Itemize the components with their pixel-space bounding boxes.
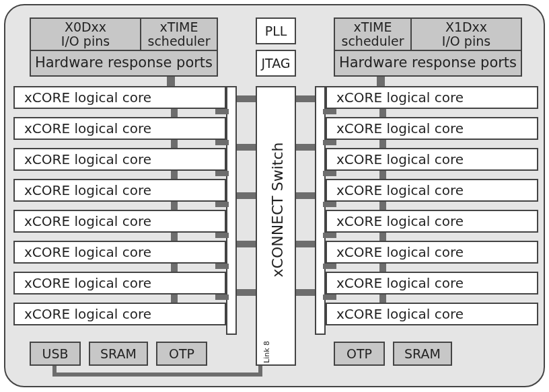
bus: [379, 295, 386, 303]
xcore-logical-core: xCORE logical core: [326, 86, 538, 109]
left-cores-group: xCORE logical corexCORE logical corexCOR…: [13, 86, 226, 335]
left-xtime-scheduler: xTIME scheduler: [140, 17, 218, 51]
right-xtime-scheduler: xTIME scheduler: [334, 17, 412, 51]
xcore-logical-core: xCORE logical core: [326, 148, 538, 171]
bus: [171, 264, 178, 272]
bus: [379, 171, 386, 179]
right-hardware-response-ports: Hardware response ports: [334, 50, 522, 77]
right-sram-block: SRAM: [393, 342, 452, 366]
bus: [379, 233, 386, 241]
xconnect-switch: xCONNECT Switch Link 8: [256, 86, 296, 366]
bus: [323, 295, 336, 300]
left-usb-block: USB: [30, 342, 81, 366]
xcore-logical-core: xCORE logical core: [326, 241, 538, 264]
xcore-logical-core: xCORE logical core: [326, 179, 538, 202]
bus: [323, 264, 336, 269]
link-bus: [258, 366, 262, 377]
bus: [379, 109, 386, 117]
bus: [296, 95, 315, 102]
bus: [296, 289, 315, 296]
bus: [296, 192, 315, 199]
xcore-logical-core: xCORE logical core: [13, 179, 226, 202]
bus: [215, 295, 229, 300]
xcore-logical-core: xCORE logical core: [13, 148, 226, 171]
bus: [215, 140, 229, 145]
bus: [237, 289, 256, 296]
xcore-logical-core: xCORE logical core: [13, 117, 226, 140]
bus: [171, 140, 178, 148]
xconnect-switch-label: xCONNECT Switch: [269, 170, 286, 278]
bus: [379, 140, 386, 148]
bus: [171, 171, 178, 179]
xcore-logical-core: xCORE logical core: [326, 272, 538, 295]
xcore-logical-core: xCORE logical core: [13, 303, 226, 325]
bus: [323, 109, 336, 114]
bus: [171, 202, 178, 210]
bus: [171, 233, 178, 241]
right-otp-block: OTP: [334, 342, 385, 366]
bus: [323, 171, 336, 176]
bus: [237, 144, 256, 151]
bus: [237, 95, 256, 102]
right-io-pins: X1Dxx I/O pins: [410, 17, 522, 51]
link-bus: [52, 366, 57, 377]
bus: [379, 264, 386, 272]
xcore-logical-core: xCORE logical core: [13, 86, 226, 109]
xcore-logical-core: xCORE logical core: [13, 272, 226, 295]
left-otp-block: OTP: [156, 342, 207, 366]
bus: [171, 109, 178, 117]
xcore-logical-core: xCORE logical core: [13, 241, 226, 264]
link8-label: Link 8: [262, 341, 271, 363]
xcore-logical-core: xCORE logical core: [326, 117, 538, 140]
bus: [215, 264, 229, 269]
left-sram-block: SRAM: [89, 342, 148, 366]
left-hardware-response-ports: Hardware response ports: [30, 50, 218, 77]
left-io-pins: X0Dxx I/O pins: [30, 17, 141, 51]
bus: [167, 77, 175, 86]
bus: [171, 295, 178, 303]
xcore-logical-core: xCORE logical core: [326, 210, 538, 233]
right-cores-group: xCORE logical corexCORE logical corexCOR…: [326, 86, 538, 335]
bus: [323, 140, 336, 145]
bus: [215, 202, 229, 207]
chip-outline: X0Dxx I/O pins xTIME scheduler Hardware …: [4, 4, 545, 387]
link-bus: [52, 373, 258, 377]
xcore-logical-core: xCORE logical core: [326, 303, 538, 325]
bus: [377, 77, 385, 86]
bus: [323, 233, 336, 238]
pll-block: PLL: [256, 17, 296, 44]
xcore-logical-core: xCORE logical core: [13, 210, 226, 233]
bus: [215, 109, 229, 114]
bus: [215, 171, 229, 176]
bus: [237, 192, 256, 199]
bus: [296, 241, 315, 247]
bus: [215, 233, 229, 238]
bus: [323, 202, 336, 207]
bus: [237, 241, 256, 247]
jtag-block: JTAG: [256, 50, 296, 77]
bus: [379, 202, 386, 210]
bus: [296, 144, 315, 151]
